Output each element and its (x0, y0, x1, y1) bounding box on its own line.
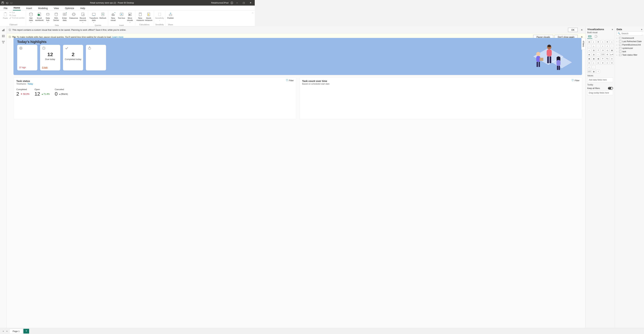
svg-rect-4 (4, 13, 7, 16)
svg-rect-35 (169, 14, 172, 16)
card-footnote: 37 high (19, 66, 26, 69)
get-data-button[interactable]: Get data⌄ (27, 11, 35, 24)
recent-sources-button[interactable]: Recent sources⌄ (79, 11, 87, 24)
banner-custom-visual: ⓘ This report contains a custom visual t… (7, 27, 255, 34)
svg-rect-22 (112, 14, 112, 16)
svg-rect-39 (2, 35, 4, 37)
svg-point-11 (55, 13, 58, 14)
tab-optimize[interactable]: Optimize (64, 6, 75, 11)
svg-point-10 (46, 13, 49, 14)
grid-plus-icon: + (62, 12, 67, 17)
tab-view[interactable]: View (53, 6, 60, 11)
svg-text:+: + (66, 12, 67, 14)
paste-label: Paste (3, 17, 8, 19)
data-hub-button[interactable]: Data hub⌄ (44, 11, 52, 24)
chart-plus-icon: + (111, 12, 116, 17)
group-calc-label: Calculations (136, 23, 153, 26)
paste-button[interactable]: Paste (1, 11, 10, 20)
svg-rect-32 (140, 13, 141, 14)
excel-button[interactable]: XExcel workbook (35, 11, 44, 22)
tab-help[interactable]: Help (80, 6, 86, 11)
ribbon-collapse-icon[interactable]: ︿ (252, 11, 254, 14)
copy-button[interactable]: ⧉Copy (10, 14, 25, 16)
more-visuals-icon (128, 12, 132, 17)
info-icon: ⓘ (9, 29, 11, 32)
svg-rect-45 (3, 43, 4, 43)
svg-point-16 (72, 13, 75, 16)
save-icon[interactable] (1, 2, 4, 4)
svg-rect-5 (5, 12, 6, 13)
refresh-button[interactable]: Refresh (99, 11, 107, 20)
dataverse-button[interactable]: Dataverse (69, 11, 78, 20)
hub-icon (46, 12, 50, 17)
quick-measure-button[interactable]: Quick measure (145, 11, 153, 22)
brush-icon: 🖌 (10, 17, 12, 19)
group-queries-label: Queries (89, 24, 107, 27)
card-target[interactable]: 37 high (17, 45, 38, 71)
redo-icon[interactable] (10, 2, 13, 4)
maximize-button[interactable]: ▢ (241, 1, 247, 5)
svg-point-50 (21, 48, 21, 48)
svg-point-2 (231, 2, 233, 4)
new-visual-button[interactable]: +New visual (109, 11, 117, 22)
undo-icon[interactable] (6, 2, 8, 4)
tab-home[interactable]: Home (13, 6, 21, 11)
card-footnote[interactable]: 0 high (42, 66, 48, 69)
svg-point-17 (72, 14, 75, 15)
svg-text:A: A (121, 13, 122, 15)
svg-rect-36 (2, 30, 3, 31)
minimize-button[interactable]: ─ (234, 1, 240, 5)
panel-task-status[interactable]: ⛉Filter Task status Timeframe : Today Co… (14, 77, 255, 119)
publish-button[interactable]: Publish (166, 11, 174, 20)
card-label: Due today (45, 58, 55, 61)
card-completed-today[interactable]: 2 Completed today (63, 45, 83, 71)
enter-data-button[interactable]: +Enter data (60, 11, 69, 22)
report-view-icon[interactable] (2, 28, 5, 32)
tab-file[interactable]: File (3, 6, 8, 11)
dataverse-icon (72, 12, 76, 17)
svg-rect-23 (113, 13, 114, 16)
report-canvas[interactable]: Today's highlights 37 high 12 Due today … (7, 38, 255, 132)
tab-modeling[interactable]: Modeling (38, 6, 48, 11)
paste-icon (3, 12, 8, 17)
svg-rect-43 (2, 41, 3, 42)
user-avatar-icon[interactable] (230, 2, 233, 4)
left-view-rail (0, 27, 7, 132)
svg-rect-33 (148, 13, 150, 16)
tab-insert[interactable]: Insert (26, 6, 33, 11)
sensitivity-button[interactable]: Sensitivity⌄ (155, 11, 164, 22)
new-measure-button[interactable]: New measure (136, 11, 144, 22)
timeframe-link[interactable]: Today (28, 83, 33, 85)
database-icon (28, 12, 33, 17)
window-title: Retail summary store ops (2) - Power BI … (13, 2, 211, 4)
svg-rect-1 (2, 2, 3, 3)
sql-server-button[interactable]: SQL Server (52, 11, 60, 22)
svg-rect-30 (130, 14, 130, 15)
title-bar: Retail summary store ops (2) - Power BI … (0, 0, 255, 6)
close-window-button[interactable]: ✕ (248, 1, 254, 5)
delta-down: ▾-50.0% (21, 93, 30, 95)
panel-sub: Timeframe : Today (16, 83, 255, 85)
more-visuals-button[interactable]: More visuals⌄ (126, 11, 134, 24)
excel-icon: X (37, 12, 42, 17)
svg-point-6 (30, 13, 32, 14)
svg-rect-44 (4, 41, 4, 42)
data-view-icon[interactable] (2, 34, 5, 38)
text-box-button[interactable]: AText box (118, 11, 126, 20)
kpi-open: Open 12 ▴71.4% (34, 88, 50, 97)
arrow-up-icon: ▴ (59, 93, 60, 95)
model-view-icon[interactable] (2, 40, 5, 44)
card-value: 12 (47, 52, 53, 57)
card-due-today[interactable]: 12 Due today 0 high (40, 45, 60, 71)
transform-data-button[interactable]: Transform data⌄ (89, 11, 98, 24)
refresh-icon (100, 12, 105, 17)
svg-line-47 (3, 42, 3, 43)
format-painter-button[interactable]: 🖌Format painter (10, 17, 25, 19)
cut-button[interactable]: ✂Cut (10, 11, 25, 14)
hero-panel: Today's highlights 37 high 12 Due today … (14, 38, 255, 75)
recent-icon (80, 12, 85, 17)
user-label: RetailAuroraCIPool (211, 2, 228, 4)
group-insert-label: Insert (109, 24, 134, 27)
card-stopwatch[interactable] (86, 45, 106, 71)
card-label: Completed today (65, 58, 81, 61)
